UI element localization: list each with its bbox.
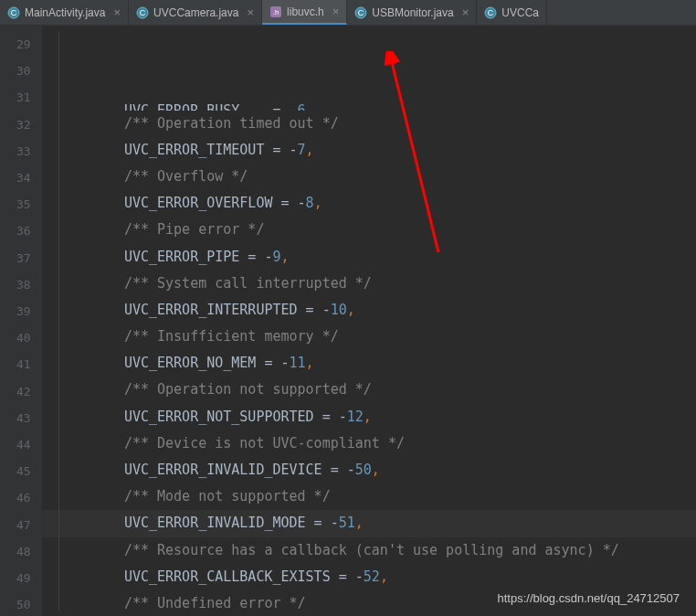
token-num: 12	[347, 409, 364, 425]
token-op: -	[281, 355, 290, 371]
code-line: UVC_ERROR_NOT_SUPPORTED = -12,	[42, 404, 696, 430]
code-line: /** Operation timed out */	[42, 111, 696, 137]
indent-guide	[58, 31, 59, 611]
token-op: =	[239, 249, 264, 265]
token-comment: /** Operation timed out */	[124, 115, 339, 132]
token-op: =	[331, 568, 355, 585]
code-line: /** System call interrupted */	[42, 271, 696, 297]
line-number: 31	[16, 84, 31, 111]
code-line: /** Insufficient memory */	[42, 324, 696, 350]
tab-label: USBMonitor.java	[372, 6, 453, 19]
tab-label: UVCCamera.java	[153, 6, 238, 19]
code-line: UVC_ERROR_BUSY = -6,	[42, 98, 696, 111]
code-line: /** Mode not supported */	[42, 483, 696, 510]
tab-libuvc-h[interactable]: .hlibuvc.h×	[262, 0, 347, 25]
svg-text:C: C	[358, 8, 364, 17]
svg-text:C: C	[140, 8, 146, 17]
token-op: -	[290, 142, 298, 158]
token-ident: UVC_ERROR_INVALID_DEVICE	[124, 462, 322, 478]
token-comma: ,	[281, 249, 290, 265]
svg-text:.h: .h	[273, 8, 279, 16]
token-op: =	[256, 355, 280, 371]
tab-label: libuvc.h	[287, 5, 324, 18]
close-icon[interactable]: ×	[462, 5, 469, 19]
token-comment: /** Operation not supported */	[124, 381, 372, 398]
token-op: -	[322, 302, 331, 318]
code-line: /** Device is not UVC-compliant */	[42, 430, 696, 457]
close-icon[interactable]: ×	[113, 5, 121, 19]
token-ident: UVC_ERROR_CALLBACK_EXISTS	[124, 568, 331, 585]
token-comment: /** Mode not supported */	[124, 488, 331, 504]
token-op: -	[339, 409, 347, 425]
code-line: /** Resource has a callback (can't use p…	[42, 537, 696, 564]
java-file-icon: C	[7, 6, 20, 19]
editor-tabs: CMainActivity.java×CUVCCamera.java×.hlib…	[0, 0, 696, 26]
line-number: 50	[16, 591, 31, 616]
token-op: =	[272, 102, 289, 111]
token-comment: /** Device is not UVC-compliant */	[124, 435, 405, 451]
code-line: UVC_ERROR_INTERRUPTED = -10,	[42, 297, 696, 324]
token-op: =	[322, 462, 347, 478]
token-op: =	[272, 195, 297, 211]
watermark-text: https://blog.csdn.net/qq_24712507	[498, 591, 680, 605]
line-gutter: 2930313233343536373839404142434445464748…	[0, 26, 42, 616]
line-number: 42	[16, 378, 31, 405]
code-content[interactable]: UVC_ERROR_BUSY = -6, /** Operation timed…	[42, 26, 696, 616]
token-comment: /** Resource has a callback (can't use p…	[124, 542, 619, 558]
line-number: 35	[16, 191, 31, 218]
line-number: 44	[16, 431, 31, 458]
token-ident: UVC_ERROR_TIMEOUT	[124, 142, 265, 158]
token-comma: ,	[306, 102, 314, 111]
token-num: 52	[364, 568, 380, 585]
line-number: 39	[16, 298, 31, 324]
line-number: 33	[16, 138, 31, 165]
line-number: 41	[16, 351, 31, 377]
token-comma: ,	[364, 409, 372, 425]
java-file-icon: C	[136, 6, 149, 19]
token-comment: /** System call interrupted */	[124, 275, 372, 292]
editor-area: 2930313233343536373839404142434445464748…	[0, 26, 696, 616]
line-number: 47	[16, 512, 31, 538]
token-op: -	[347, 462, 355, 478]
token-comma: ,	[380, 568, 388, 585]
token-num: 10	[331, 302, 347, 318]
token-num: 50	[355, 462, 372, 478]
line-number: 36	[16, 218, 31, 244]
close-icon[interactable]: ×	[247, 5, 254, 19]
tab-uvccamera-java[interactable]: CUVCCamera.java×	[129, 0, 262, 25]
code-line: /** Overflow */	[42, 164, 696, 190]
token-ident: UVC_ERROR_PIPE	[124, 249, 239, 265]
token-op: =	[314, 409, 339, 425]
close-icon[interactable]: ×	[332, 5, 340, 18]
line-number: 38	[16, 271, 31, 298]
token-comma: ,	[314, 195, 322, 211]
token-ident: UVC_ERROR_NOT_SUPPORTED	[124, 409, 314, 425]
code-line: /** Pipe error */	[42, 217, 696, 243]
token-sp	[239, 102, 272, 111]
code-line: UVC_ERROR_NO_MEM = -11,	[42, 350, 696, 377]
tab-usbmonitor-java[interactable]: CUSBMonitor.java×	[347, 0, 477, 25]
svg-text:C: C	[488, 8, 494, 17]
tab-mainactivity-java[interactable]: CMainActivity.java×	[0, 0, 129, 25]
java-file-icon: C	[484, 6, 497, 19]
token-comma: ,	[347, 302, 355, 318]
token-ident: UVC_ERROR_INTERRUPTED	[124, 302, 298, 318]
token-op: -	[298, 195, 306, 211]
token-num: 11	[290, 355, 306, 371]
line-number: 45	[16, 458, 31, 484]
tab-uvcca[interactable]: CUVCCa	[477, 0, 547, 25]
token-ident: UVC_ERROR_NO_MEM	[124, 355, 257, 371]
code-line: UVC_ERROR_CALLBACK_EXISTS = -52,	[42, 564, 696, 590]
header-file-icon: .h	[269, 5, 282, 18]
line-number: 43	[16, 405, 31, 431]
java-file-icon: C	[354, 6, 367, 19]
code-line: /** Operation not supported */	[42, 377, 696, 403]
line-number: 40	[16, 324, 31, 351]
token-num: 6	[298, 102, 306, 111]
token-op: =	[298, 302, 322, 318]
token-num: 8	[306, 195, 314, 211]
token-comment: /** Insufficient memory */	[124, 328, 339, 345]
tab-label: MainActivity.java	[25, 6, 105, 19]
token-ident: UVC_ERROR_INVALID_MODE	[124, 515, 306, 531]
token-op: -	[290, 102, 298, 111]
